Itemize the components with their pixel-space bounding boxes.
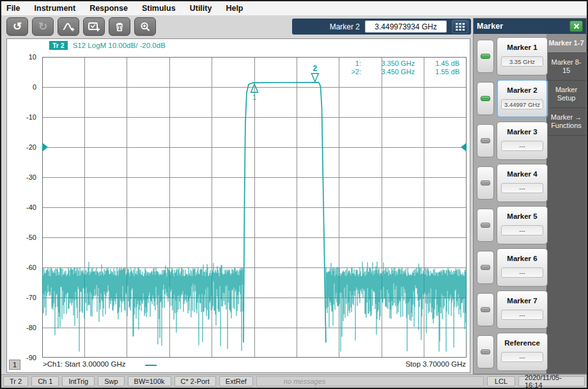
menu-item[interactable]: Instrument <box>35 4 76 13</box>
marker-button[interactable]: Marker 2 3.44997 GHz <box>497 79 548 118</box>
y-axis-labels: 100-10-20-30-40-50-60-70-80-90 <box>7 57 39 358</box>
keypad-button[interactable] <box>452 20 468 33</box>
marker-toggle-button[interactable] <box>477 124 494 157</box>
marker-row: Marker 4 --- <box>474 162 546 204</box>
menu-item[interactable]: File <box>6 4 20 13</box>
y-tick-label: -10 <box>7 113 36 121</box>
chart-area[interactable]: 12 <box>42 57 467 358</box>
marker-row: Marker 7 --- <box>474 289 546 331</box>
marker-button-value: --- <box>501 352 543 362</box>
plot-footer: 1 >Ch1: Start 3.00000 GHz Stop 3.70000 G… <box>7 359 470 372</box>
marker-readout-row: >2: 3.450 GHz 1.55 dB <box>346 68 460 76</box>
svg-text:1: 1 <box>252 93 256 101</box>
marker-button-value: --- <box>501 183 543 193</box>
trace-info: S12 LogM 10.00dB/ -20.0dB <box>73 42 166 49</box>
marker-readout-row: 1: 3.350 GHz 1.45 dB <box>346 60 460 68</box>
undo-button[interactable]: ↺ <box>6 17 28 36</box>
marker-row: Marker 6 --- <box>474 246 546 289</box>
channel-badge[interactable]: 1 <box>9 360 20 370</box>
trace-header: Tr 2 S12 LogM 10.00dB/ -20.0dB <box>7 40 166 50</box>
marker-panel: Marker Marker 1-7 Marker 8-15 Marker Set… <box>473 18 587 374</box>
marker-button-value: --- <box>501 267 543 278</box>
marker-button-label: Marker 6 <box>497 255 547 262</box>
panel-tab[interactable]: Marker 1-7 <box>546 34 586 53</box>
menu-item[interactable]: Response <box>89 4 128 13</box>
redo-icon: ↻ <box>38 20 47 33</box>
marker-entry-bar: Marker 2 <box>292 19 471 35</box>
status-segment[interactable]: C* 2-Port <box>174 376 216 386</box>
marker-toggle-button[interactable] <box>477 82 494 115</box>
marker-toggle-button[interactable] <box>477 293 494 326</box>
marker-button[interactable]: Marker 4 --- <box>497 164 548 202</box>
menu-item[interactable]: Stimulus <box>142 4 176 13</box>
toolbar-buttons: ↺ ↻ <box>6 17 156 36</box>
marker-button-value: --- <box>501 225 543 235</box>
marker-button[interactable]: Marker 5 --- <box>497 206 548 244</box>
marker-button-label: Marker 1 <box>497 44 547 51</box>
status-segment[interactable]: Ch 1 <box>31 376 59 386</box>
marker-row: Reference --- <box>474 331 546 373</box>
menu-item[interactable]: Help <box>226 4 243 13</box>
marker-button-value: 3.35 GHz <box>501 56 543 67</box>
marker-button[interactable]: Reference --- <box>497 333 548 371</box>
y-tick-label: 10 <box>7 53 36 61</box>
delete-button[interactable] <box>109 17 130 36</box>
marker-toggle-button[interactable] <box>477 166 494 200</box>
marker-value-input[interactable] <box>365 20 447 33</box>
marker-readout-freq: 3.450 GHz <box>361 68 415 76</box>
y-tick-label: -60 <box>7 264 36 271</box>
marker-button[interactable]: Marker 7 --- <box>497 290 548 329</box>
y-tick-label: -20 <box>7 143 36 151</box>
zoom-button[interactable] <box>134 17 156 36</box>
add-window-button[interactable] <box>83 17 105 36</box>
led-indicator <box>481 307 490 312</box>
marker-button[interactable]: Marker 1 3.35 GHz <box>497 37 548 75</box>
marker-button-label: Marker 2 <box>498 86 546 94</box>
marker-toggle-button[interactable] <box>477 251 494 284</box>
y-tick-label: 0 <box>7 83 36 91</box>
stop-frequency-label: Stop 3.70000 GHz <box>405 360 466 368</box>
marker-rows: Marker 1 3.35 GHz Marker 2 3.44997 GHz <box>474 35 546 373</box>
marker-toggle-button[interactable] <box>477 335 494 369</box>
marker-readout-value: 1.55 dB <box>415 68 460 76</box>
marker-button-value: --- <box>501 141 543 151</box>
panel-tab[interactable]: Marker Setup <box>546 81 586 108</box>
menu-item[interactable]: Utility <box>190 4 212 13</box>
marker-readout-value: 1.45 dB <box>415 60 460 68</box>
status-segment[interactable]: Swp <box>98 376 124 386</box>
redo-button[interactable]: ↻ <box>32 17 54 36</box>
marker-button[interactable]: Marker 6 --- <box>497 248 548 287</box>
led-indicator <box>481 96 490 101</box>
marker-button-label: Marker 3 <box>497 128 547 136</box>
status-bar: Tr 2Ch 1IntTrigSwpBW=100kC* 2-PortExtRef… <box>1 374 587 388</box>
marker-toggle-button[interactable] <box>477 209 494 242</box>
menu-bar: FileInstrumentResponseStimulusUtilityHel… <box>1 1 587 15</box>
marker-button-label: Marker 7 <box>497 297 547 305</box>
status-segment[interactable]: Tr 2 <box>3 376 28 386</box>
led-indicator <box>481 265 490 270</box>
led-indicator <box>481 349 490 354</box>
close-icon <box>573 23 580 29</box>
marker-button-value: 3.44997 GHz <box>501 99 543 109</box>
close-button[interactable] <box>569 20 583 32</box>
message-area: no messages <box>256 376 484 386</box>
trash-icon <box>114 21 125 33</box>
status-segment[interactable]: BW=100k <box>128 376 171 386</box>
start-frequency-label: >Ch1: Start 3.00000 GHz <box>43 360 125 368</box>
marker-button-value: --- <box>501 310 543 320</box>
trace-badge[interactable]: Tr 2 <box>49 41 68 50</box>
marker-peak-icon <box>62 21 75 33</box>
status-segment[interactable]: ExtRef <box>219 376 253 386</box>
marker-readout-id: 1: <box>346 60 361 68</box>
y-tick-label: -50 <box>7 234 36 241</box>
status-segment[interactable]: IntTrig <box>62 376 95 386</box>
lcl-indicator[interactable]: LCL <box>487 376 515 386</box>
marker-button[interactable]: Marker 3 --- <box>497 122 548 160</box>
led-indicator <box>481 138 490 143</box>
marker-toggle-button[interactable] <box>477 40 494 73</box>
panel-tab[interactable]: Marker 8-15 <box>546 53 586 81</box>
marker-readout-id: >2: <box>346 68 361 76</box>
add-marker-button[interactable] <box>58 17 79 36</box>
panel-tab[interactable]: Marker → Functions <box>546 108 586 136</box>
plot-window: Tr 2 S12 LogM 10.00dB/ -20.0dB 100-10-20… <box>6 38 470 373</box>
